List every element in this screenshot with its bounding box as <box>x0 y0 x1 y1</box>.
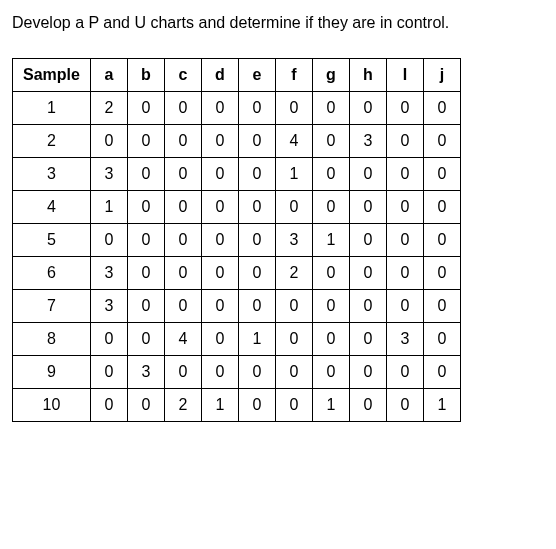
cell-value: 0 <box>423 224 460 257</box>
row-label: 3 <box>13 158 91 191</box>
cell-value: 0 <box>127 257 164 290</box>
cell-value: 1 <box>275 158 312 191</box>
cell-value: 1 <box>312 389 349 422</box>
cell-value: 0 <box>238 92 275 125</box>
cell-value: 0 <box>349 290 386 323</box>
cell-value: 2 <box>275 257 312 290</box>
cell-value: 0 <box>423 323 460 356</box>
cell-value: 0 <box>90 224 127 257</box>
header-col-d: d <box>201 59 238 92</box>
cell-value: 1 <box>238 323 275 356</box>
row-label: 8 <box>13 323 91 356</box>
cell-value: 0 <box>201 92 238 125</box>
cell-value: 2 <box>90 92 127 125</box>
cell-value: 0 <box>423 257 460 290</box>
cell-value: 0 <box>90 356 127 389</box>
cell-value: 0 <box>349 257 386 290</box>
cell-value: 0 <box>238 191 275 224</box>
cell-value: 0 <box>90 125 127 158</box>
table-row: 33000010000 <box>13 158 461 191</box>
cell-value: 0 <box>238 290 275 323</box>
cell-value: 0 <box>127 92 164 125</box>
cell-value: 0 <box>312 191 349 224</box>
cell-value: 0 <box>201 224 238 257</box>
header-col-i: I <box>386 59 423 92</box>
cell-value: 0 <box>201 290 238 323</box>
cell-value: 0 <box>201 257 238 290</box>
cell-value: 0 <box>349 323 386 356</box>
cell-value: 0 <box>164 290 201 323</box>
cell-value: 0 <box>201 356 238 389</box>
cell-value: 0 <box>201 191 238 224</box>
cell-value: 0 <box>127 389 164 422</box>
header-col-c: c <box>164 59 201 92</box>
cell-value: 0 <box>423 158 460 191</box>
cell-value: 0 <box>164 257 201 290</box>
cell-value: 0 <box>127 290 164 323</box>
table-row: 12000000000 <box>13 92 461 125</box>
cell-value: 0 <box>423 290 460 323</box>
table-row: 90300000000 <box>13 356 461 389</box>
table-row: 73000000000 <box>13 290 461 323</box>
cell-value: 0 <box>349 356 386 389</box>
header-col-g: g <box>312 59 349 92</box>
row-label: 6 <box>13 257 91 290</box>
cell-value: 0 <box>386 191 423 224</box>
cell-value: 1 <box>312 224 349 257</box>
cell-value: 0 <box>423 125 460 158</box>
cell-value: 0 <box>127 125 164 158</box>
row-label: 7 <box>13 290 91 323</box>
row-label: 2 <box>13 125 91 158</box>
cell-value: 0 <box>312 257 349 290</box>
cell-value: 0 <box>238 389 275 422</box>
cell-value: 0 <box>164 125 201 158</box>
table-row: 80040100030 <box>13 323 461 356</box>
cell-value: 0 <box>423 191 460 224</box>
cell-value: 0 <box>164 92 201 125</box>
header-col-h: h <box>349 59 386 92</box>
cell-value: 0 <box>127 224 164 257</box>
cell-value: 0 <box>201 158 238 191</box>
cell-value: 4 <box>164 323 201 356</box>
cell-value: 0 <box>312 323 349 356</box>
table-row: 50000031000 <box>13 224 461 257</box>
cell-value: 0 <box>386 356 423 389</box>
header-col-b: b <box>127 59 164 92</box>
cell-value: 0 <box>386 125 423 158</box>
cell-value: 0 <box>312 92 349 125</box>
cell-value: 0 <box>238 224 275 257</box>
cell-value: 0 <box>238 158 275 191</box>
cell-value: 0 <box>275 191 312 224</box>
header-col-j: j <box>423 59 460 92</box>
cell-value: 0 <box>275 389 312 422</box>
row-label: 5 <box>13 224 91 257</box>
cell-value: 1 <box>90 191 127 224</box>
cell-value: 0 <box>90 323 127 356</box>
table-row: 63000020000 <box>13 257 461 290</box>
header-col-a: a <box>90 59 127 92</box>
cell-value: 0 <box>275 323 312 356</box>
header-col-f: f <box>275 59 312 92</box>
cell-value: 0 <box>386 290 423 323</box>
cell-value: 0 <box>127 323 164 356</box>
row-label: 1 <box>13 92 91 125</box>
cell-value: 0 <box>127 158 164 191</box>
cell-value: 0 <box>164 356 201 389</box>
cell-value: 3 <box>127 356 164 389</box>
row-label: 9 <box>13 356 91 389</box>
header-sample: Sample <box>13 59 91 92</box>
cell-value: 1 <box>201 389 238 422</box>
data-table: Sample a b c d e f g h I j 1200000000020… <box>12 58 461 422</box>
cell-value: 0 <box>201 323 238 356</box>
cell-value: 0 <box>349 92 386 125</box>
cell-value: 0 <box>349 191 386 224</box>
row-label: 10 <box>13 389 91 422</box>
cell-value: 3 <box>275 224 312 257</box>
cell-value: 4 <box>275 125 312 158</box>
cell-value: 0 <box>349 389 386 422</box>
cell-value: 3 <box>90 290 127 323</box>
cell-value: 3 <box>349 125 386 158</box>
cell-value: 0 <box>386 158 423 191</box>
cell-value: 0 <box>90 389 127 422</box>
table-row: 41000000000 <box>13 191 461 224</box>
